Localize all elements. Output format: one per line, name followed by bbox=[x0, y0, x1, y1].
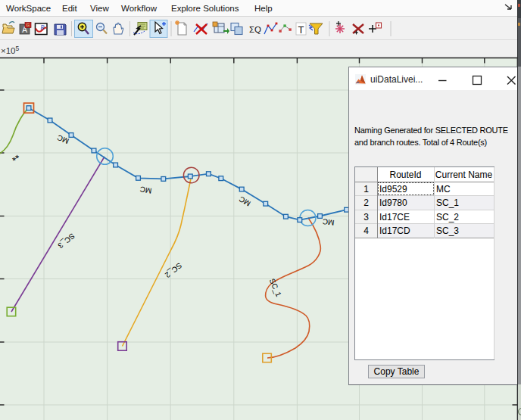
svg-text:ΣQ: ΣQ bbox=[249, 25, 261, 34]
svg-text:MC: MC bbox=[322, 217, 335, 227]
svg-text:G: G bbox=[27, 23, 30, 27]
svg-text:T: T bbox=[298, 24, 304, 36]
svg-text:R: R bbox=[39, 23, 45, 31]
